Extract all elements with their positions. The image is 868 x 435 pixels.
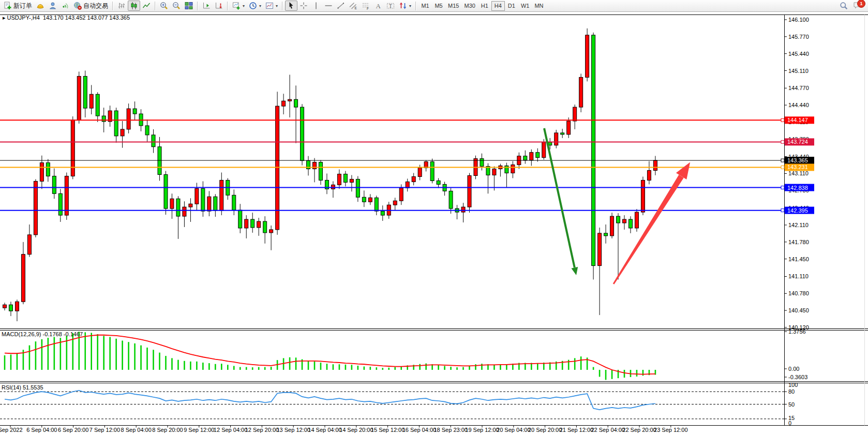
macd-indicator-label: MACD(12,26,9) -0.1768 -0.1467 (2, 331, 83, 337)
timeframe-button-w1[interactable]: W1 (518, 1, 532, 11)
signal-button[interactable] (59, 1, 71, 11)
candle (604, 224, 608, 244)
svg-text:15 Sep 12:00: 15 Sep 12:00 (371, 427, 405, 433)
trendline-icon (337, 2, 345, 10)
vertical-line-tool-button[interactable] (310, 1, 322, 11)
timeframe-button-h1[interactable]: H1 (478, 1, 491, 11)
collapse-arrow-icon[interactable]: ▸ (3, 14, 6, 21)
timeframe-button-m1[interactable]: M1 (418, 1, 432, 11)
candle (301, 104, 304, 165)
timeframe-button-m15[interactable]: M15 (445, 1, 461, 11)
price-badge: 143.365 (781, 157, 814, 164)
svg-text:144.440: 144.440 (788, 102, 809, 108)
time-axis[interactable]: Sep 20226 Sep 04:006 Sep 20:007 Sep 12:0… (0, 426, 688, 433)
search-button[interactable] (837, 1, 850, 11)
candle (201, 181, 205, 217)
candle (579, 73, 583, 112)
candle (307, 156, 310, 176)
timeframe-button-m5[interactable]: M5 (432, 1, 445, 11)
signal-icon (61, 2, 69, 10)
equidistant-channel-tool-button[interactable]: E (347, 1, 360, 11)
candle (641, 176, 645, 215)
chevron-down-icon: ▾ (276, 4, 278, 8)
candle (195, 183, 199, 211)
candle (368, 194, 372, 205)
candle (592, 33, 595, 280)
timeframe-button-m30[interactable]: M30 (461, 1, 477, 11)
down-arrow[interactable] (544, 128, 578, 275)
profile-button[interactable] (47, 1, 59, 11)
svg-text:14 Sep 04:00: 14 Sep 04:00 (308, 427, 341, 433)
price-badge: 142.395 (781, 207, 814, 214)
svg-text:9 Sep 12:00: 9 Sep 12:00 (184, 427, 214, 433)
price-badge: 143.231 (781, 163, 814, 171)
macd-pane[interactable]: 1.37560.00-0.3603 (5, 328, 807, 380)
candle (152, 129, 155, 153)
tile-windows-button[interactable] (183, 1, 195, 11)
svg-text:18 Sep 23:00: 18 Sep 23:00 (433, 427, 467, 433)
candle (523, 151, 527, 164)
auto-scroll-button[interactable] (213, 1, 225, 11)
text-tool-button[interactable]: A (372, 1, 384, 11)
candle (15, 299, 19, 321)
svg-text:146.100: 146.100 (788, 17, 809, 23)
candles-layer[interactable] (3, 28, 657, 321)
svg-text:145.770: 145.770 (788, 34, 809, 40)
arrows-tool-button[interactable]: ▾ (397, 1, 413, 11)
auto-scroll-icon (215, 2, 223, 10)
text-label-tool-button[interactable]: T (384, 1, 397, 11)
gold-ingot-button[interactable] (34, 1, 47, 11)
arrows-icon (399, 2, 407, 10)
svg-text:20 Sep 04:00: 20 Sep 04:00 (497, 427, 530, 433)
chevron-down-icon: ▾ (259, 4, 261, 8)
toolbar-separator (155, 2, 156, 10)
candle (573, 104, 577, 129)
candle (381, 205, 384, 221)
chart-shift-button[interactable] (200, 1, 213, 11)
zoom-in-button[interactable] (158, 1, 170, 11)
candle (505, 163, 508, 188)
horizontal-line-tool-button[interactable] (322, 1, 335, 11)
candle (331, 181, 335, 198)
notifications-button[interactable]: 1 (853, 1, 863, 10)
trendline-tool-button[interactable] (335, 1, 347, 11)
candle (647, 161, 651, 185)
chart-shift-icon (202, 2, 211, 10)
periods-button[interactable]: ▾ (247, 1, 263, 11)
zoom-out-button[interactable] (170, 1, 183, 11)
candle (263, 216, 267, 244)
rsi-line (5, 391, 655, 410)
timeframe-button-h4[interactable]: H4 (491, 1, 505, 11)
candle (183, 201, 186, 227)
rsi-pane[interactable]: 1008050150 (0, 382, 798, 426)
toolbar-separator (415, 2, 416, 10)
candle (3, 303, 7, 310)
line-chart-button[interactable] (140, 1, 153, 11)
new-order-button[interactable]: 新订单 (2, 1, 34, 11)
candle (362, 190, 366, 207)
crosshair-tool-button[interactable] (297, 1, 310, 11)
svg-text:140.450: 140.450 (788, 307, 809, 313)
bar-chart-button[interactable] (115, 1, 128, 11)
svg-text:7 Sep 12:00: 7 Sep 12:00 (89, 427, 120, 433)
svg-text:1.3756: 1.3756 (788, 328, 806, 335)
candle (251, 213, 255, 233)
candle (343, 171, 347, 187)
candle (492, 167, 496, 191)
candle (77, 71, 81, 123)
svg-text:E: E (355, 6, 357, 10)
cursor-tool-button[interactable] (285, 1, 297, 11)
timeframe-button-d1[interactable]: D1 (505, 1, 518, 11)
timeframe-button-mn[interactable]: MN (532, 1, 546, 11)
price-axis[interactable]: 146.100145.770145.440145.110144.770144.4… (781, 17, 814, 331)
template-button[interactable]: ▾ (263, 1, 280, 11)
rsi-indicator-label: RSI(14) 51.5535 (2, 384, 43, 391)
chart-canvas[interactable]: 146.100145.770145.440145.110144.770144.4… (0, 0, 868, 435)
auto-trading-button[interactable]: 自动交易 (71, 1, 110, 11)
new-chart-button[interactable]: ▾ (230, 1, 247, 11)
fibonacci-tool-button[interactable]: F (360, 1, 372, 11)
candlestick-button[interactable] (128, 1, 140, 11)
candle (71, 116, 74, 179)
candle (480, 154, 484, 171)
candle (424, 160, 428, 172)
